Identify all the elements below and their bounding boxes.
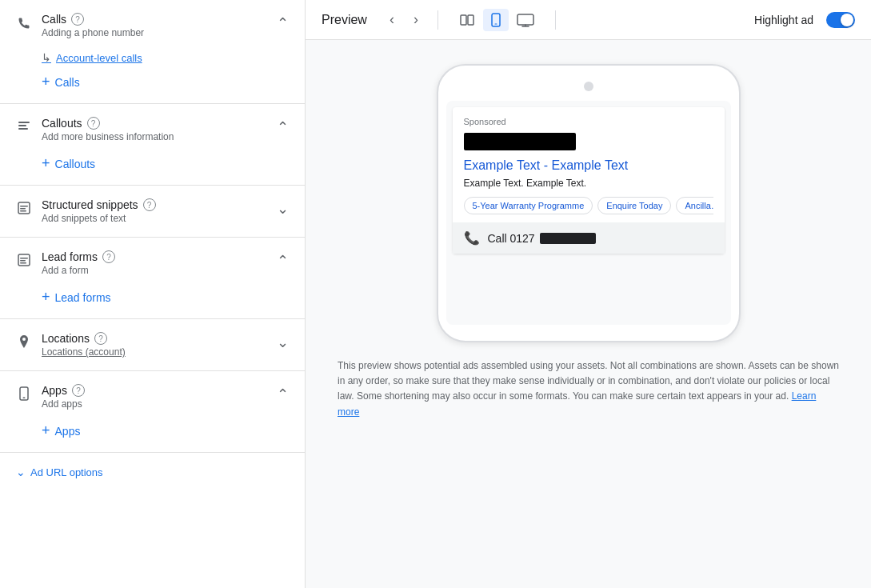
svg-rect-12: [23, 398, 26, 399]
svg-rect-14: [468, 15, 473, 25]
view-divider-2: [555, 10, 556, 30]
calls-help-icon[interactable]: ?: [71, 13, 84, 26]
locations-help-icon[interactable]: ?: [94, 332, 107, 345]
ad-card: Sponsored Example Text - Example Text Ex…: [453, 107, 725, 254]
add-calls-button[interactable]: + Calls: [42, 74, 80, 90]
ad-black-bar: [464, 133, 576, 150]
callouts-body: + Callouts: [0, 155, 305, 185]
prev-button[interactable]: ‹: [386, 8, 398, 31]
callouts-chevron[interactable]: ⌃: [277, 118, 289, 136]
view-divider-1: [437, 10, 438, 30]
add-apps-button[interactable]: + Apps: [42, 422, 80, 439]
view-toggle: [454, 9, 539, 31]
apps-chevron[interactable]: ⌃: [277, 386, 289, 403]
phone-screen: Sponsored Example Text - Example Text Ex…: [446, 101, 731, 325]
lead-forms-body: + Lead forms: [0, 289, 305, 318]
lead-forms-title: Lead forms: [42, 250, 98, 263]
svg-rect-5: [20, 208, 26, 210]
ad-chips: 5-Year Warranty Programme Enquire Today …: [464, 197, 713, 214]
svg-rect-8: [20, 258, 28, 259]
section-calls-header[interactable]: Calls ? Adding a phone number ⌃: [0, 0, 305, 51]
section-callouts-header[interactable]: Callouts ? Add more business information…: [0, 104, 305, 155]
lead-forms-icon: [16, 252, 32, 268]
ad-description: Example Text. Example Text.: [464, 178, 713, 189]
section-locations: Locations ? Locations (account) ⌄: [0, 319, 305, 371]
svg-rect-0: [18, 122, 30, 123]
structured-snippets-title: Structured snippets: [42, 198, 138, 211]
section-lead-forms: Lead forms ? Add a form ⌃ + Lead forms: [0, 238, 305, 319]
ad-call-section: 📞 Call 0127: [453, 222, 725, 254]
section-structured-snippets: Structured snippets ? Add snippets of te…: [0, 186, 305, 238]
section-calls: Calls ? Adding a phone number ⌃ ↳ Accoun…: [0, 0, 305, 104]
svg-rect-9: [20, 260, 26, 262]
locations-subtitle: Locations (account): [42, 346, 126, 358]
apps-subtitle: Add apps: [42, 398, 85, 410]
apps-icon: [16, 386, 32, 402]
add-lead-forms-button[interactable]: + Lead forms: [42, 289, 111, 306]
callouts-help-icon[interactable]: ?: [87, 117, 100, 130]
svg-rect-10: [20, 262, 26, 264]
phone-mockup: Sponsored Example Text - Example Text Ex…: [437, 64, 741, 342]
callouts-title: Callouts: [42, 117, 82, 130]
right-panel: Preview ‹ ›: [306, 0, 871, 588]
phone-notch: [584, 82, 593, 91]
section-apps: Apps ? Add apps ⌃ + Apps: [0, 371, 305, 453]
svg-rect-6: [20, 210, 26, 212]
calls-title: Calls: [42, 13, 66, 26]
locations-icon: [16, 334, 32, 350]
sponsored-label: Sponsored: [464, 117, 713, 126]
call-phone-icon: 📞: [464, 230, 480, 246]
preview-content: Sponsored Example Text - Example Text Ex…: [306, 40, 871, 444]
lead-forms-chevron[interactable]: ⌃: [277, 252, 289, 270]
section-callouts: Callouts ? Add more business information…: [0, 104, 305, 186]
structured-snippets-chevron[interactable]: ⌄: [277, 200, 289, 218]
split-view-button[interactable]: [454, 9, 480, 31]
section-lead-forms-header[interactable]: Lead forms ? Add a form ⌃: [0, 238, 305, 289]
svg-rect-13: [461, 15, 466, 25]
account-level-calls-link[interactable]: ↳ Account-level calls: [42, 51, 289, 64]
svg-rect-1: [18, 125, 26, 126]
calls-chevron[interactable]: ⌃: [277, 14, 289, 32]
structured-snippets-help-icon[interactable]: ?: [143, 198, 156, 211]
preview-title: Preview: [322, 13, 367, 27]
structured-snippets-icon: [16, 200, 32, 216]
chip-enquire: Enquire Today: [597, 197, 671, 214]
toggle-knob: [841, 14, 853, 26]
svg-rect-15: [492, 14, 500, 26]
locations-chevron[interactable]: ⌄: [277, 334, 289, 351]
calls-body: ↳ Account-level calls + Calls: [0, 51, 305, 103]
apps-title: Apps: [42, 384, 67, 397]
desktop-view-button[interactable]: [512, 9, 539, 31]
preview-header: Preview ‹ ›: [306, 0, 871, 40]
svg-rect-17: [517, 14, 533, 25]
chip-warranty: 5-Year Warranty Programme: [464, 197, 593, 214]
ad-url-options[interactable]: ⌄ Ad URL options: [0, 453, 305, 491]
highlight-ad-toggle[interactable]: [826, 12, 855, 28]
section-locations-header[interactable]: Locations ? Locations (account) ⌄: [0, 319, 305, 370]
ad-headline: Example Text - Example Text: [464, 157, 713, 174]
svg-rect-4: [20, 206, 28, 207]
callouts-subtitle: Add more business information: [42, 131, 174, 142]
preview-disclaimer: This preview shows potential ads assembl…: [338, 358, 839, 420]
phone-icon: [16, 14, 32, 30]
mobile-view-button[interactable]: [483, 9, 509, 31]
ad-url-chevron-icon: ⌄: [16, 466, 26, 478]
svg-rect-2: [18, 128, 28, 130]
lead-forms-help-icon[interactable]: ?: [102, 250, 115, 263]
svg-rect-16: [494, 23, 497, 24]
ad-url-options-label: Ad URL options: [30, 466, 103, 478]
next-button[interactable]: ›: [410, 8, 422, 31]
apps-help-icon[interactable]: ?: [72, 384, 85, 397]
chip-ancilla: Ancilla…: [676, 197, 713, 214]
calls-subtitle: Adding a phone number: [42, 27, 144, 38]
call-number-redacted: [540, 233, 596, 244]
locations-title: Locations: [42, 332, 90, 345]
section-apps-header[interactable]: Apps ? Add apps ⌃: [0, 371, 305, 422]
callouts-icon: [16, 118, 32, 134]
section-structured-snippets-header[interactable]: Structured snippets ? Add snippets of te…: [0, 186, 305, 237]
add-callouts-button[interactable]: + Callouts: [42, 155, 95, 172]
left-panel: Calls ? Adding a phone number ⌃ ↳ Accoun…: [0, 0, 306, 588]
highlight-ad-label: Highlight ad: [754, 14, 813, 26]
call-number: Call 0127: [488, 232, 596, 245]
lead-forms-subtitle: Add a form: [42, 265, 115, 276]
